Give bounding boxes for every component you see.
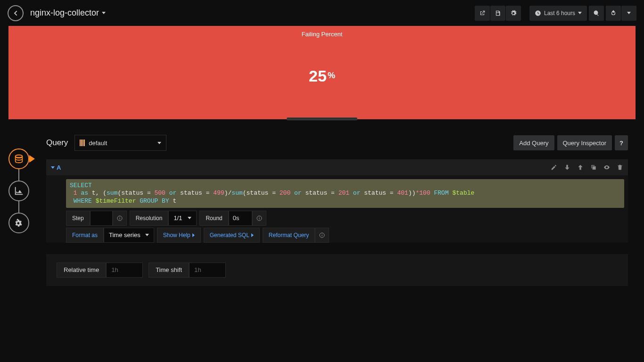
query-row-toggle[interactable]: A [51, 164, 61, 171]
sql-editor[interactable]: SELECT 1 as t, (sum(status = 500 or stat… [66, 179, 624, 208]
panel-resize-handle[interactable] [287, 117, 357, 120]
query-help-button[interactable]: ? [615, 135, 628, 150]
panel-value: 25 [309, 68, 327, 84]
back-button[interactable] [8, 5, 24, 21]
svg-rect-4 [259, 218, 259, 220]
singlestat-panel[interactable]: Failing Percent 25% [8, 26, 636, 119]
duplicate-query-icon[interactable] [590, 164, 597, 171]
datasource-name: default [89, 140, 107, 147]
delete-query-icon[interactable] [617, 164, 623, 171]
move-down-icon[interactable] [564, 164, 570, 171]
datasource-picker[interactable]: default [74, 135, 166, 151]
svg-rect-7 [322, 235, 322, 237]
tab-queries[interactable] [8, 148, 29, 169]
toggle-visibility-icon[interactable] [603, 164, 610, 171]
format-as-select[interactable]: Time series [104, 228, 154, 243]
query-inspector-button[interactable]: Query Inspector [557, 135, 612, 150]
tab-visualization[interactable] [8, 181, 29, 201]
dashboard-title: nginx-log-collector [30, 8, 99, 18]
resolution-label: Resolution [130, 211, 169, 226]
round-input[interactable] [229, 211, 252, 226]
format-as-label[interactable]: Format as [66, 228, 104, 243]
refresh-button[interactable] [606, 6, 621, 21]
step-info-icon[interactable] [113, 211, 127, 226]
relative-time-label: Relative time [57, 263, 106, 278]
round-info-icon[interactable] [252, 211, 266, 226]
chevron-down-icon [188, 217, 191, 219]
time-shift-input[interactable] [189, 263, 226, 278]
step-label: Step [66, 211, 90, 226]
panel-value-suffix: % [328, 71, 335, 81]
chevron-down-icon [51, 166, 55, 169]
svg-rect-1 [119, 218, 120, 220]
reformat-info-icon[interactable] [315, 228, 329, 243]
move-up-icon[interactable] [577, 164, 584, 171]
svg-rect-8 [322, 234, 322, 234]
chevron-down-icon [578, 12, 582, 14]
svg-rect-5 [259, 217, 259, 217]
chevron-down-icon [145, 234, 149, 236]
time-shift-label: Time shift [149, 263, 189, 278]
relative-time-input[interactable] [106, 263, 143, 278]
svg-rect-2 [119, 217, 120, 217]
reformat-query-button[interactable]: Reformat Query [263, 228, 315, 243]
round-label: Round [199, 211, 228, 226]
time-range-picker[interactable]: Last 6 hours [529, 6, 587, 21]
share-button[interactable] [475, 6, 490, 21]
panel-value-wrap: 25% [309, 35, 335, 116]
time-range-label: Last 6 hours [544, 10, 575, 16]
section-title: Query [46, 138, 68, 148]
chevron-down-icon [102, 12, 106, 14]
chevron-down-icon [157, 142, 161, 144]
step-input[interactable] [90, 211, 113, 226]
zoom-out-button[interactable] [589, 6, 604, 21]
datasource-icon [80, 140, 85, 146]
dashboard-title-dropdown[interactable]: nginx-log-collector [30, 8, 106, 18]
save-button[interactable] [490, 6, 505, 21]
chevron-right-icon [192, 233, 195, 237]
resolution-select[interactable]: 1/1 [168, 211, 197, 226]
tab-general[interactable] [8, 213, 29, 233]
settings-button[interactable] [506, 6, 521, 21]
add-query-button[interactable]: Add Query [513, 135, 554, 150]
generated-sql-toggle[interactable]: Generated SQL [204, 228, 260, 243]
chevron-down-icon [627, 12, 631, 14]
chevron-right-icon [251, 233, 254, 237]
query-ref-id: A [57, 164, 61, 171]
rail-active-pointer [29, 155, 35, 163]
edit-sql-icon[interactable] [551, 164, 557, 171]
refresh-interval-dropdown[interactable] [621, 6, 636, 21]
show-help-toggle[interactable]: Show Help [157, 228, 201, 243]
